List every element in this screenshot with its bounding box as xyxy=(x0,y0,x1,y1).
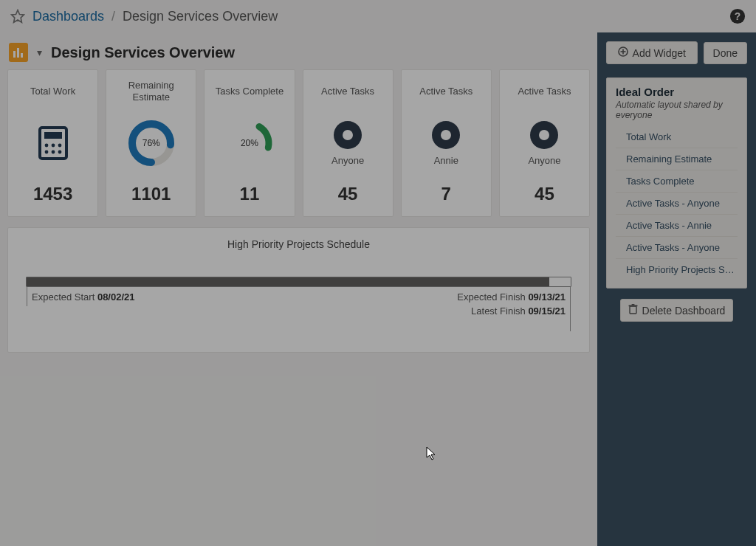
widget-title: Active Tasks xyxy=(419,80,472,103)
svg-rect-21 xyxy=(628,305,637,307)
assignee-label: Anyone xyxy=(528,155,560,166)
widget-value: 45 xyxy=(338,184,358,209)
ideal-order-item[interactable]: Active Tasks - Anyone xyxy=(616,192,738,214)
widget-active-tasks-anyone-2[interactable]: Active Tasks Anyone 45 xyxy=(499,69,590,217)
svg-rect-4 xyxy=(17,48,19,58)
delete-dashboard-button[interactable]: Delete Dashboard xyxy=(620,299,734,322)
ideal-order-subtitle: Automatic layout shared by everyone xyxy=(616,100,738,120)
expected-finish-label: Expected Finish 09/13/21 xyxy=(457,291,566,303)
widget-value: 1101 xyxy=(131,184,171,209)
done-label: Done xyxy=(713,47,738,59)
ideal-order-panel: Ideal Order Automatic layout shared by e… xyxy=(606,77,747,288)
widget-title: Active Tasks xyxy=(518,80,571,103)
avatar-placeholder-icon xyxy=(334,121,362,149)
svg-rect-5 xyxy=(21,53,23,58)
widget-value: 11 xyxy=(240,184,260,209)
add-widget-button[interactable]: Add Widget xyxy=(606,41,698,64)
plus-circle-icon xyxy=(618,46,628,59)
widget-high-priority-schedule[interactable]: High Priority Projects Schedule Expected… xyxy=(7,227,590,353)
widget-title: Total Work xyxy=(30,80,75,103)
svg-rect-22 xyxy=(631,304,634,305)
widget-total-work[interactable]: Total Work 1453 xyxy=(7,69,98,217)
dashboard-canvas: ▾ Design Services Overview Total Work xyxy=(0,32,597,546)
donut-percent-label: 20% xyxy=(224,117,275,169)
expected-start-label: Expected Start 08/02/21 xyxy=(27,287,135,306)
add-widget-label: Add Widget xyxy=(633,47,686,59)
svg-point-13 xyxy=(58,151,61,154)
latest-finish-label: Latest Finish 09/15/21 xyxy=(457,305,566,317)
ideal-order-title: Ideal Order xyxy=(616,86,738,98)
svg-marker-0 xyxy=(12,10,24,23)
expected-finish-date: 09/13/21 xyxy=(528,291,566,303)
svg-point-12 xyxy=(51,151,55,154)
widget-title: Remaining Estimate xyxy=(112,80,190,103)
breadcrumb: Dashboards / Design Services Overview xyxy=(10,9,278,24)
svg-text:?: ? xyxy=(735,11,740,22)
dashboard-title: Design Services Overview xyxy=(51,44,235,61)
widget-title: Tasks Complete xyxy=(216,80,284,103)
assignee-label: Anyone xyxy=(331,155,364,166)
donut-chart: 76% xyxy=(126,117,177,169)
latest-finish-date: 09/15/21 xyxy=(528,305,566,317)
schedule-tick-labels: Expected Start 08/02/21 Expected Finish … xyxy=(26,287,571,331)
ideal-order-item[interactable]: Total Work xyxy=(616,126,738,148)
avatar-placeholder-icon xyxy=(432,121,460,149)
widget-tasks-complete[interactable]: Tasks Complete 20% 11 xyxy=(204,69,295,217)
widget-value: 7 xyxy=(441,184,451,209)
ideal-order-list: Total Work Remaining Estimate Tasks Comp… xyxy=(616,126,738,280)
dashboard-header: ▾ Design Services Overview xyxy=(0,32,597,69)
widget-title: High Priority Projects Schedule xyxy=(26,238,571,250)
breadcrumb-separator: / xyxy=(111,9,115,24)
done-button[interactable]: Done xyxy=(704,42,747,64)
edit-sidebar: Add Widget Done Ideal Order Automatic la… xyxy=(597,32,756,546)
svg-point-9 xyxy=(51,144,55,148)
schedule-progress-fill xyxy=(27,277,549,286)
svg-point-10 xyxy=(58,144,61,148)
schedule-timeline xyxy=(26,277,571,287)
widget-row: Total Work 1453 Rem xyxy=(0,69,597,217)
assignee-label: Annie xyxy=(434,155,458,166)
svg-point-8 xyxy=(44,144,48,148)
dashboard-icon[interactable] xyxy=(9,43,28,62)
calculator-icon xyxy=(38,125,69,161)
ideal-order-item[interactable]: Active Tasks - Annie xyxy=(616,214,738,236)
trash-icon xyxy=(628,304,638,317)
expected-start-date: 08/02/21 xyxy=(97,291,135,303)
svg-rect-3 xyxy=(13,51,16,58)
widget-remaining-estimate[interactable]: Remaining Estimate 76% 1101 xyxy=(106,69,196,217)
widget-title: Active Tasks xyxy=(321,80,374,103)
widget-active-tasks-annie[interactable]: Active Tasks Annie 7 xyxy=(401,69,492,217)
svg-point-11 xyxy=(44,151,48,154)
help-icon[interactable]: ? xyxy=(729,8,746,24)
ideal-order-item[interactable]: Tasks Complete xyxy=(616,170,738,192)
ideal-order-item[interactable]: High Priority Projects S… xyxy=(616,258,738,280)
breadcrumb-current: Design Services Overview xyxy=(123,9,278,24)
svg-rect-20 xyxy=(630,306,636,314)
breadcrumb-root-link[interactable]: Dashboards xyxy=(32,9,104,24)
favorite-star-icon[interactable] xyxy=(10,9,25,24)
widget-value: 1453 xyxy=(33,184,72,209)
svg-rect-7 xyxy=(44,132,62,139)
avatar-placeholder-icon xyxy=(530,121,558,149)
ideal-order-item[interactable]: Active Tasks - Anyone xyxy=(616,236,738,258)
dashboard-menu-caret-icon[interactable]: ▾ xyxy=(35,46,44,58)
widget-active-tasks-anyone[interactable]: Active Tasks Anyone 45 xyxy=(303,69,394,217)
top-bar: Dashboards / Design Services Overview ? xyxy=(0,0,756,32)
widget-value: 45 xyxy=(535,184,554,209)
ideal-order-item[interactable]: Remaining Estimate xyxy=(616,148,738,170)
donut-percent-label: 76% xyxy=(126,117,177,169)
delete-dashboard-label: Delete Dashboard xyxy=(642,305,726,317)
donut-chart: 20% xyxy=(224,117,275,169)
